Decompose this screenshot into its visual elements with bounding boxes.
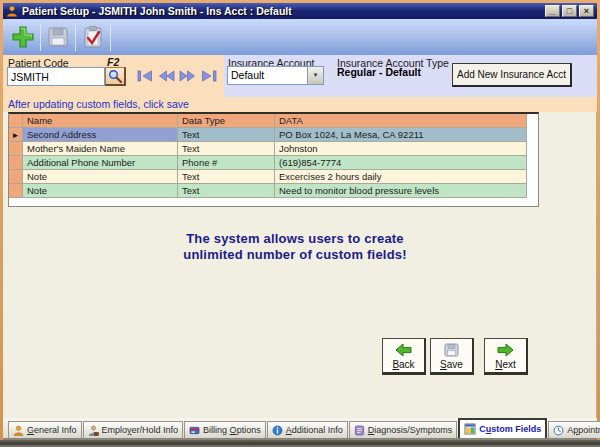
column-header-data-type[interactable]: Data Type: [178, 114, 275, 128]
magnifier-icon: [108, 69, 122, 83]
next-button[interactable]: Next: [484, 338, 528, 375]
cell-name[interactable]: Additional Phone Number: [23, 156, 178, 170]
row-selector-header: [9, 114, 23, 128]
cell-data[interactable]: PO Box 1024, La Mesa, CA 92211: [275, 128, 527, 142]
table-row[interactable]: Additional Phone Number Phone # (619)854…: [9, 156, 538, 170]
toolbar: [3, 19, 597, 55]
tab-label: Custom Fields: [479, 424, 541, 434]
tab-label: Billing Options: [203, 425, 261, 435]
billing-icon: [189, 425, 200, 436]
tab-additional-info[interactable]: Additional Info: [267, 421, 348, 438]
cell-name[interactable]: Note: [23, 170, 178, 184]
verify-button[interactable]: [77, 22, 109, 52]
green-arrow-left-icon: [395, 343, 412, 357]
tab-employer-hold-info[interactable]: Employer/Hold Info: [83, 421, 184, 438]
tab-label: General Info: [27, 425, 77, 435]
clipboard-check-icon: [83, 25, 103, 49]
patient-code-input[interactable]: [7, 67, 105, 86]
table-row[interactable]: Mother's Maiden Name Text Johnston: [9, 142, 538, 156]
cell-data[interactable]: Johnston: [275, 142, 527, 156]
cell-name[interactable]: Note: [23, 184, 178, 198]
info-icon: [272, 425, 283, 436]
tab-appointments[interactable]: Appointments: [548, 421, 600, 438]
window-title: Patient Setup - JSMITH John Smith - Ins …: [22, 5, 545, 17]
selected-row-arrow-icon: ►: [12, 131, 20, 140]
close-button[interactable]: ×: [579, 5, 594, 17]
toolbar-separator: [40, 23, 41, 51]
patient-icon: [6, 5, 18, 17]
row-selector[interactable]: ►: [9, 128, 23, 142]
employer-icon: [88, 425, 99, 436]
person-icon: [13, 425, 24, 436]
cell-data-type[interactable]: Phone #: [178, 156, 275, 170]
tab-diagnosis-symptoms[interactable]: Diagnosis/Symptoms: [349, 421, 458, 438]
column-header-data[interactable]: DATA: [275, 114, 527, 128]
chevron-down-icon[interactable]: ▼: [307, 67, 323, 84]
tab-custom-fields[interactable]: Custom Fields: [458, 418, 547, 438]
table-row[interactable]: Note Text Excercises 2 hours daily: [9, 170, 538, 184]
tab-label: Additional Info: [286, 425, 343, 435]
minimize-button[interactable]: _: [545, 5, 560, 17]
save-button[interactable]: Save: [430, 338, 474, 375]
green-arrow-right-icon: [497, 343, 514, 357]
last-record-icon[interactable]: [200, 70, 217, 82]
diagnosis-icon: [354, 425, 365, 436]
column-header-name[interactable]: Name: [23, 114, 178, 128]
table-row[interactable]: Note Text Need to monitor blood pressure…: [9, 184, 538, 198]
previous-record-icon[interactable]: [158, 70, 175, 82]
insurance-account-value: Default: [228, 67, 307, 84]
cell-data-type[interactable]: Text: [178, 184, 275, 198]
window-bottom-edge: [0, 440, 600, 447]
tab-label: Diagnosis/Symptoms: [368, 425, 453, 435]
row-selector[interactable]: [9, 156, 23, 170]
cell-data[interactable]: Need to monitor blood pressure levels: [275, 184, 527, 198]
add-insurance-button[interactable]: Add New Insurance Acct: [452, 63, 572, 87]
tab-label: Employer/Hold Info: [102, 425, 179, 435]
cell-data-type[interactable]: Text: [178, 128, 275, 142]
info-message-line2: unlimited number of custom fields!: [0, 247, 590, 263]
tab-label: Appointments: [567, 425, 600, 435]
maximize-button[interactable]: □: [562, 5, 577, 17]
appointments-icon: [553, 425, 564, 436]
toolbar-separator: [75, 23, 76, 51]
plus-icon: [11, 25, 35, 49]
table-row[interactable]: ► Second Address Text PO Box 1024, La Me…: [9, 128, 538, 142]
custom-fields-grid: Name Data Type DATA ► Second Address Tex…: [8, 112, 539, 207]
tab-billing-options[interactable]: Billing Options: [184, 421, 266, 438]
cell-name[interactable]: Second Address: [23, 128, 178, 142]
floppy-disk-icon: [47, 26, 69, 48]
tab-bar: General Info Employer/Hold Info Billing …: [3, 418, 597, 440]
info-message-line1: The system allows users to create: [0, 231, 590, 247]
cell-data-type[interactable]: Text: [178, 170, 275, 184]
cell-data-type[interactable]: Text: [178, 142, 275, 156]
insurance-type-value: Regular - Default: [337, 66, 421, 78]
add-button[interactable]: [7, 22, 39, 52]
patient-search-button[interactable]: [105, 67, 126, 86]
custom-fields-icon: [464, 423, 476, 435]
floppy-disk-icon: [444, 343, 459, 357]
next-button-label: Next: [495, 359, 516, 370]
toolbar-separator: [110, 23, 111, 51]
titlebar: Patient Setup - JSMITH John Smith - Ins …: [3, 3, 597, 19]
back-button-label: Back: [392, 359, 414, 370]
insurance-account-select[interactable]: Default ▼: [227, 66, 324, 85]
notice-text: After updating custom fields, click save: [8, 98, 189, 110]
save-button-label: Save: [440, 359, 463, 370]
back-button[interactable]: Back: [382, 338, 426, 375]
cell-data[interactable]: Excercises 2 hours daily: [275, 170, 527, 184]
first-record-icon[interactable]: [137, 70, 154, 82]
next-record-icon[interactable]: [179, 70, 196, 82]
cell-data[interactable]: (619)854-7774: [275, 156, 527, 170]
cell-name[interactable]: Mother's Maiden Name: [23, 142, 178, 156]
row-selector[interactable]: [9, 184, 23, 198]
row-selector[interactable]: [9, 170, 23, 184]
save-toolbar-button[interactable]: [42, 22, 74, 52]
grid-header-row: Name Data Type DATA: [9, 114, 538, 128]
row-selector[interactable]: [9, 142, 23, 156]
tab-general-info[interactable]: General Info: [8, 421, 82, 438]
info-message: The system allows users to create unlimi…: [0, 231, 590, 263]
